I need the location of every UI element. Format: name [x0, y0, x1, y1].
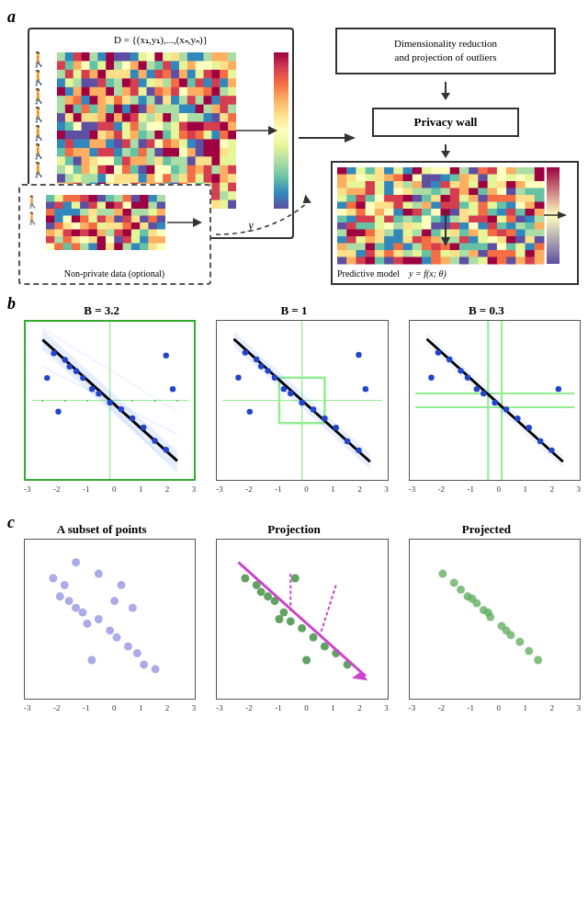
svg-rect-127 [196, 96, 204, 105]
svg-rect-310 [74, 174, 82, 183]
svg-point-988 [302, 656, 311, 665]
svg-rect-683 [526, 202, 536, 210]
svg-rect-460 [123, 202, 132, 210]
svg-rect-299 [163, 165, 171, 175]
svg-rect-827 [431, 250, 441, 257]
svg-rect-689 [375, 209, 385, 216]
svg-rect-237 [196, 139, 204, 148]
np-arrow [167, 213, 204, 232]
svg-rect-15 [179, 52, 187, 62]
svg-rect-182 [106, 122, 114, 131]
svg-rect-147 [179, 105, 187, 114]
svg-rect-794 [535, 236, 545, 244]
svg-rect-642 [346, 195, 356, 202]
svg-rect-743 [469, 222, 479, 230]
svg-rect-220 [57, 139, 65, 148]
svg-rect-750 [535, 222, 545, 230]
svg-point-886 [80, 375, 85, 381]
svg-rect-89 [65, 87, 74, 97]
svg-rect-103 [179, 87, 187, 97]
svg-rect-254 [154, 148, 163, 157]
svg-rect-150 [204, 105, 212, 114]
svg-rect-497 [80, 222, 89, 230]
svg-rect-451 [46, 202, 55, 210]
svg-point-896 [55, 409, 61, 415]
svg-rect-654 [459, 195, 469, 202]
c-plot-2-svg [216, 539, 388, 700]
svg-rect-45 [65, 70, 74, 79]
svg-rect-822 [384, 250, 394, 257]
svg-rect-808 [459, 244, 469, 251]
svg-rect-671 [413, 202, 423, 210]
svg-point-926 [334, 425, 339, 430]
svg-rect-174 [220, 113, 228, 122]
svg-point-942 [447, 357, 452, 362]
svg-rect-206 [122, 131, 130, 140]
svg-rect-482 [72, 216, 81, 223]
svg-rect-9 [130, 52, 139, 62]
svg-rect-646 [384, 195, 394, 202]
svg-point-970 [95, 570, 103, 578]
b-plot-2: B = 1 [199, 303, 388, 508]
svg-point-887 [89, 386, 95, 392]
svg-rect-570 [497, 167, 507, 175]
svg-rect-674 [441, 202, 451, 210]
c-plot-1-wrapper: -3-2-10123 [7, 539, 196, 727]
c-plot-2-wrapper: -3-2-10123 [199, 539, 388, 727]
svg-rect-483 [80, 216, 89, 223]
svg-rect-599 [356, 181, 366, 188]
svg-rect-590 [478, 175, 488, 182]
svg-rect-804 [422, 244, 432, 251]
svg-rect-625 [393, 188, 403, 196]
svg-rect-24 [74, 61, 82, 70]
svg-rect-796 [346, 244, 356, 251]
svg-rect-685 [337, 209, 347, 216]
svg-rect-309 [65, 174, 74, 183]
svg-rect-253 [147, 148, 155, 157]
svg-rect-72 [106, 78, 114, 87]
svg-rect-836 [515, 250, 526, 257]
svg-rect-611 [469, 181, 479, 188]
svg-rect-113 [82, 96, 90, 105]
svg-rect-273 [130, 156, 139, 165]
svg-rect-658 [497, 195, 507, 202]
svg-rect-708 [346, 216, 356, 223]
svg-rect-165 [147, 113, 155, 122]
svg-rect-616 [515, 181, 526, 188]
svg-rect-603 [393, 181, 403, 188]
svg-rect-251 [130, 148, 139, 157]
svg-rect-120 [139, 96, 147, 105]
svg-rect-158 [89, 113, 97, 122]
svg-rect-690 [384, 209, 394, 216]
svg-rect-677 [469, 202, 479, 210]
svg-rect-815 [526, 244, 536, 251]
svg-rect-470 [88, 209, 97, 216]
svg-rect-91 [82, 87, 90, 97]
svg-rect-319 [147, 174, 155, 183]
svg-rect-499 [97, 222, 107, 230]
svg-rect-119 [130, 96, 139, 105]
svg-rect-256 [171, 148, 179, 157]
svg-rect-631 [450, 188, 460, 196]
svg-rect-131 [228, 96, 236, 105]
svg-rect-286 [57, 165, 65, 175]
svg-rect-466 [54, 209, 63, 216]
svg-rect-323 [179, 174, 187, 183]
svg-point-964 [113, 633, 121, 642]
svg-rect-532 [140, 236, 149, 244]
svg-rect-588 [459, 175, 469, 182]
svg-rect-736 [403, 222, 413, 230]
person-icon-5: 🚶 [29, 126, 48, 141]
svg-rect-844 [384, 257, 394, 265]
svg-rect-4 [89, 52, 97, 62]
svg-rect-471 [97, 209, 107, 216]
svg-rect-518 [140, 230, 149, 237]
svg-rect-592 [497, 175, 507, 182]
svg-rect-445 [114, 195, 123, 202]
svg-rect-831 [469, 250, 479, 257]
svg-rect-789 [488, 236, 498, 244]
svg-rect-447 [131, 195, 141, 202]
svg-rect-514 [106, 230, 115, 237]
svg-rect-121 [147, 96, 155, 105]
svg-rect-238 [204, 139, 212, 148]
